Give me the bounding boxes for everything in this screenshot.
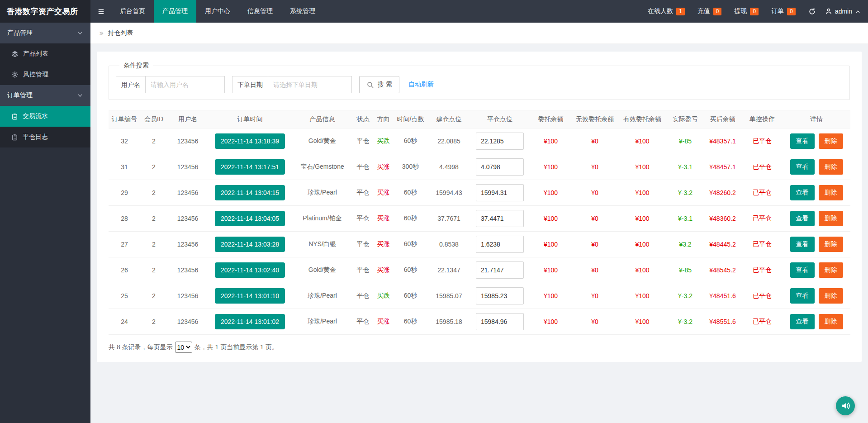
view-button[interactable]: 查看 <box>790 262 815 278</box>
status: 平仓 <box>357 292 370 299</box>
order-time-button[interactable]: 2022-11-14 13:17:51 <box>215 159 285 175</box>
page-size-select[interactable]: 10 <box>175 342 192 353</box>
sidebar-item-risk-management[interactable]: 风控管理 <box>0 64 90 85</box>
member-id: 2 <box>152 138 156 145</box>
sidebar-item-close-position-log[interactable]: 平仓日志 <box>0 127 90 147</box>
delete-button[interactable]: 删除 <box>819 133 843 149</box>
order-id: 32 <box>121 138 128 145</box>
direction: 买涨 <box>377 318 390 325</box>
nav-tab-info-management[interactable]: 信息管理 <box>239 0 281 23</box>
duration: 60秒 <box>404 189 417 196</box>
order-id: 26 <box>121 266 128 274</box>
valid-entrust-balance: ¥100 <box>635 266 649 274</box>
direction: 买跌 <box>377 137 390 144</box>
order-id: 28 <box>121 215 128 222</box>
username: 123456 <box>177 189 199 196</box>
username: 123456 <box>177 266 199 274</box>
control-status: 已平仓 <box>753 292 772 299</box>
order-time-button[interactable]: 2022-11-14 13:01:02 <box>215 314 285 329</box>
control-status: 已平仓 <box>753 266 772 273</box>
position-row: 28 2 123456 2022-11-14 13:04:05 Platinum… <box>109 206 850 232</box>
sidebar-group-product-management[interactable]: 产品管理 <box>0 23 90 43</box>
close-point-input[interactable] <box>476 261 524 279</box>
nav-tab-user-center[interactable]: 用户中心 <box>196 0 239 23</box>
view-button[interactable]: 查看 <box>790 185 815 200</box>
sidebar-toggle-button[interactable] <box>90 0 111 23</box>
view-button[interactable]: 查看 <box>790 159 815 175</box>
order-id: 29 <box>121 189 128 196</box>
nav-tab-system-management[interactable]: 系统管理 <box>281 0 324 23</box>
clipboard-icon <box>11 134 18 141</box>
sidebar-item-trade-flow[interactable]: 交易流水 <box>0 106 90 127</box>
invalid-entrust-balance: ¥0 <box>591 292 598 299</box>
order-time-button[interactable]: 2022-11-14 13:04:15 <box>215 185 285 200</box>
refresh-button[interactable] <box>808 8 816 15</box>
delete-button[interactable]: 删除 <box>819 314 843 329</box>
navbar-stat-online-count[interactable]: 在线人数 1 <box>648 7 685 15</box>
sidebar-group-order-management[interactable]: 订单管理 <box>0 85 90 106</box>
delete-button[interactable]: 删除 <box>819 211 843 226</box>
invalid-entrust-balance: ¥0 <box>591 163 598 171</box>
username: 123456 <box>177 163 199 171</box>
sidebar-item-label: 交易流水 <box>23 112 48 120</box>
view-button[interactable]: 查看 <box>790 237 815 252</box>
view-button[interactable]: 查看 <box>790 133 815 149</box>
status: 平仓 <box>357 189 370 196</box>
control-status: 已平仓 <box>753 163 772 170</box>
navbar-stat-recharge[interactable]: 充值 0 <box>697 7 722 15</box>
nav-tab-product-management[interactable]: 产品管理 <box>154 0 196 23</box>
gear-icon <box>11 71 19 78</box>
after-buy-balance: ¥48545.2 <box>709 266 735 274</box>
sidebar-item-product-list[interactable]: 产品列表 <box>0 43 90 64</box>
nav-tab-label: 用户中心 <box>205 7 230 15</box>
order-time-button[interactable]: 2022-11-14 13:01:10 <box>215 288 285 304</box>
order-time-button[interactable]: 2022-11-14 13:03:28 <box>215 237 285 252</box>
open-point: 4.4998 <box>439 163 459 171</box>
close-point-input[interactable] <box>476 184 524 201</box>
records-summary-prefix: 共 8 条记录，每页显示 <box>109 343 173 352</box>
navbar-stat-withdraw[interactable]: 提现 0 <box>734 7 759 15</box>
auto-refresh-link[interactable]: 自动刷新 <box>408 81 434 89</box>
product-info: NYS/白银 <box>308 240 336 247</box>
sidebar-group-label: 订单管理 <box>7 91 33 100</box>
control-status: 已平仓 <box>753 240 772 247</box>
order-time-button[interactable]: 2022-11-14 13:02:40 <box>215 262 285 278</box>
open-point: 22.1347 <box>437 266 460 274</box>
username-input[interactable] <box>145 76 225 93</box>
search-button[interactable]: 搜 索 <box>359 76 399 93</box>
open-point: 15985.07 <box>436 292 462 299</box>
control-status: 已平仓 <box>753 137 772 144</box>
member-id: 2 <box>152 189 156 196</box>
close-point-input[interactable] <box>476 236 524 253</box>
close-point-input[interactable] <box>476 210 524 227</box>
delete-button[interactable]: 删除 <box>819 237 843 252</box>
close-point-input[interactable] <box>476 313 524 330</box>
delete-button[interactable]: 删除 <box>819 262 843 278</box>
online-count-badge: 1 <box>676 8 685 15</box>
delete-button[interactable]: 删除 <box>819 159 843 175</box>
close-point-input[interactable] <box>476 158 524 176</box>
voice-broadcast-button[interactable] <box>836 396 855 415</box>
navbar-stat-orders[interactable]: 订单 0 <box>771 7 796 15</box>
order-time-button[interactable]: 2022-11-14 13:18:39 <box>215 133 285 149</box>
entrust-balance: ¥100 <box>544 241 558 248</box>
view-button[interactable]: 查看 <box>790 211 815 226</box>
chevron-up-icon <box>855 9 861 14</box>
view-button[interactable]: 查看 <box>790 314 815 329</box>
page-title: 持仓列表 <box>108 29 133 37</box>
after-buy-balance: ¥48260.2 <box>709 189 735 196</box>
order-id: 25 <box>121 292 128 299</box>
position-row: 24 2 123456 2022-11-14 13:01:02 珍珠/Pearl… <box>109 309 850 335</box>
withdraw-badge: 0 <box>750 8 759 15</box>
view-button[interactable]: 查看 <box>790 288 815 304</box>
nav-tab-dashboard-home[interactable]: 后台首页 <box>111 0 154 23</box>
user-menu[interactable]: admin <box>825 8 861 15</box>
order-time-button[interactable]: 2022-11-14 13:04:05 <box>215 211 285 226</box>
close-point-input[interactable] <box>476 133 524 150</box>
order-date-input[interactable] <box>268 76 352 93</box>
delete-button[interactable]: 删除 <box>819 288 843 304</box>
stat-label: 充值 <box>697 7 710 15</box>
column-header: 订单时间 <box>208 110 292 128</box>
close-point-input[interactable] <box>476 287 524 304</box>
delete-button[interactable]: 删除 <box>819 185 843 200</box>
